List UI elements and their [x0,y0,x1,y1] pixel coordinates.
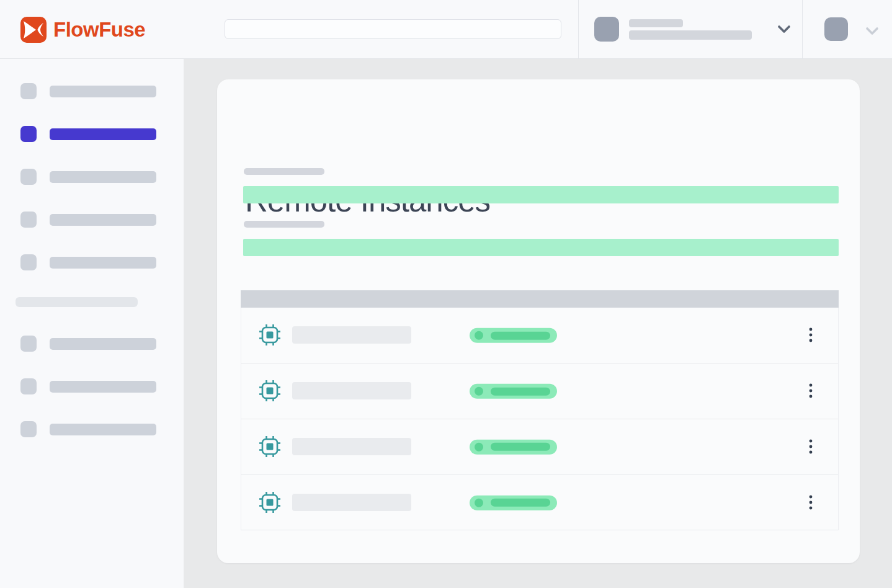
user-avatar[interactable] [824,17,848,41]
instances-table [241,290,839,530]
status-dot-icon [475,443,483,452]
sidebar-nav-item[interactable] [20,169,156,185]
status-dot-icon [475,387,483,396]
nav-item-label-skeleton [50,424,156,435]
header-divider [578,0,579,58]
table-header [241,290,839,308]
table-body [241,308,839,530]
chip-icon [257,323,282,347]
sidebar-nav-item[interactable] [20,336,156,352]
instance-row[interactable] [241,363,838,419]
header-divider-2 [802,0,803,58]
status-badge [470,328,557,343]
team-avatar[interactable] [594,17,619,42]
nav-item-label-skeleton [50,128,156,140]
nav-item-label-skeleton [50,171,156,183]
instance-row[interactable] [241,474,838,530]
form-field-input-highlighted[interactable] [243,186,839,203]
instance-name-skeleton [292,326,411,344]
status-dot-icon [475,498,483,507]
chip-icon [257,434,282,459]
team-subtitle-skeleton [629,30,752,40]
instance-name-skeleton [292,494,411,511]
user-chevron-down-icon[interactable] [863,24,881,38]
row-kebab-menu-icon[interactable] [805,492,816,512]
instance-row[interactable] [241,308,838,363]
nav-item-icon [20,378,37,394]
nav-item-icon [20,212,37,228]
status-text-skeleton [491,499,550,507]
row-kebab-menu-icon[interactable] [805,325,816,345]
form-field-label-skeleton [244,221,324,228]
sidebar-nav-item[interactable] [20,254,156,270]
nav-item-icon [20,83,37,99]
brand-wordmark: FlowFuse [53,17,145,43]
nav-item-label-skeleton [50,381,156,393]
nav-item-label-skeleton [50,86,156,97]
status-text-skeleton [491,443,550,451]
nav-item-icon [20,169,37,185]
status-badge [470,440,557,455]
flowfuse-logo-icon [20,17,47,43]
status-badge [470,384,557,399]
instance-name-skeleton [292,438,411,455]
sidebar-section-label-skeleton [16,297,138,307]
nav-item-label-skeleton [50,257,156,269]
instance-name-skeleton [292,382,411,399]
sidebar-nav-item[interactable] [20,212,156,228]
nav-item-icon [20,254,37,270]
brand-logo[interactable]: FlowFuse [20,17,145,43]
nav-item-icon [20,336,37,352]
chip-icon [257,378,282,403]
status-text-skeleton [491,332,550,340]
status-badge [470,495,557,510]
team-chevron-down-icon[interactable] [775,22,793,36]
chip-icon [257,490,282,515]
global-search-input[interactable] [225,19,561,39]
row-kebab-menu-icon[interactable] [805,437,816,457]
instance-row[interactable] [241,419,838,475]
sidebar-nav-item[interactable] [20,126,156,142]
nav-item-icon [20,421,37,437]
app-window: FlowFuse [0,0,892,588]
sidebar-nav-item[interactable] [20,83,156,99]
nav-item-label-skeleton [50,214,156,226]
form-field-label-skeleton [244,168,324,175]
nav-item-label-skeleton [50,338,156,350]
sidebar-nav-item[interactable] [20,421,156,437]
form-field-input-highlighted[interactable] [243,239,839,256]
team-name-skeleton [629,19,683,27]
status-dot-icon [475,331,483,340]
row-kebab-menu-icon[interactable] [805,381,816,401]
sidebar-nav-item[interactable] [20,378,156,394]
nav-item-icon [20,126,37,142]
main-panel: Remote Instances [217,79,860,563]
sidebar-nav [0,59,184,588]
top-header: FlowFuse [0,0,892,59]
status-text-skeleton [491,387,550,395]
